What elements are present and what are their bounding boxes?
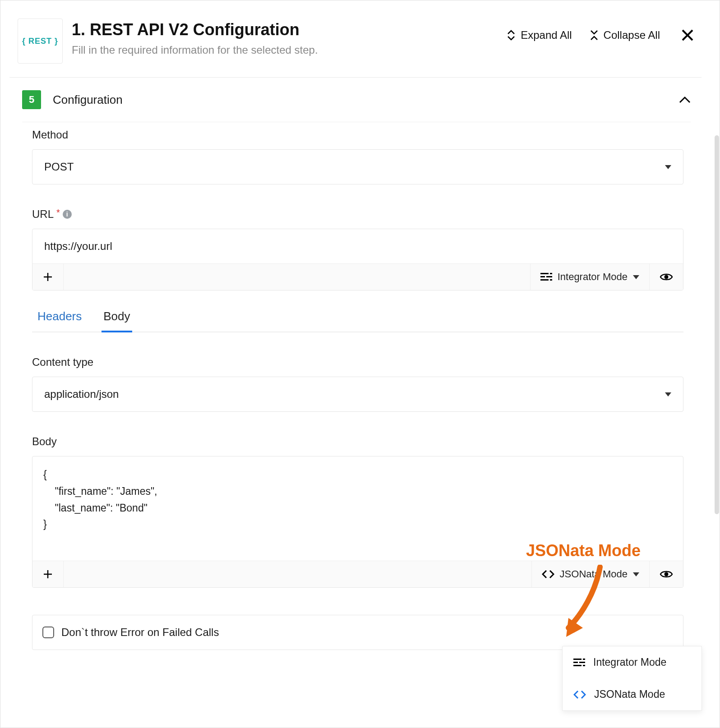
scrollbar[interactable] [715, 135, 719, 514]
dropdown-item-jsonata[interactable]: JSONata Mode [563, 678, 702, 710]
annotation-arrow [550, 565, 609, 641]
add-button[interactable] [32, 264, 64, 290]
svg-rect-1 [550, 273, 552, 274]
eye-icon [660, 570, 673, 579]
svg-rect-3 [546, 276, 552, 277]
mode-dropdown: Integrator Mode JSONata Mode [562, 646, 702, 711]
collapse-icon [590, 29, 598, 41]
svg-rect-5 [550, 279, 552, 281]
url-mode-selector[interactable]: Integrator Mode [530, 264, 650, 290]
expand-all-label: Expand All [521, 29, 572, 41]
dropdown-item-integrator[interactable]: Integrator Mode [563, 646, 702, 678]
content-type-select[interactable]: application/json [32, 377, 683, 412]
integrator-icon [573, 658, 585, 667]
body-line: "last_name": "Bond" [43, 500, 672, 516]
method-value: POST [44, 161, 74, 173]
expand-icon [507, 29, 515, 41]
close-button[interactable] [678, 28, 697, 42]
logo-text: { REST } [22, 37, 58, 46]
chevron-down-icon [633, 275, 639, 279]
plus-icon [42, 272, 53, 282]
checkbox-label: Don`t throw Error on Failed Calls [61, 626, 219, 639]
chevron-down-icon [665, 392, 671, 396]
section-header-configuration[interactable]: 5 Configuration [9, 78, 702, 122]
collapse-all-button[interactable]: Collapse All [590, 29, 660, 41]
body-line: } [43, 516, 672, 533]
integrator-icon [540, 272, 552, 281]
body-line: "first_name": "James", [43, 483, 672, 500]
svg-point-7 [665, 572, 669, 576]
chevron-down-icon [633, 572, 639, 576]
step-badge: 5 [22, 90, 41, 109]
svg-rect-9 [583, 659, 585, 660]
expand-all-button[interactable]: Expand All [507, 29, 572, 41]
body-label: Body [32, 435, 683, 448]
url-label-text: URL [32, 208, 54, 221]
chevron-down-icon [665, 165, 671, 169]
dropdown-item-label: JSONata Mode [594, 688, 665, 700]
svg-rect-8 [573, 659, 582, 660]
panel-subtitle: Fill in the required information for the… [72, 44, 498, 56]
component-logo: { REST } [18, 18, 63, 64]
panel-title: 1. REST API V2 Configuration [72, 20, 498, 39]
dropdown-item-label: Integrator Mode [593, 656, 666, 668]
collapse-all-label: Collapse All [604, 29, 660, 41]
svg-rect-12 [573, 665, 582, 666]
method-label: Method [32, 129, 683, 141]
content-type-value: application/json [44, 388, 119, 401]
eye-icon [660, 272, 673, 281]
url-value: https://your.url [44, 240, 112, 253]
svg-rect-10 [573, 662, 578, 663]
tab-headers[interactable]: Headers [37, 309, 82, 332]
method-select[interactable]: POST [32, 149, 683, 184]
url-mode-label: Integrator Mode [558, 271, 628, 283]
code-icon [573, 690, 586, 699]
svg-rect-2 [540, 276, 545, 277]
svg-rect-4 [540, 279, 549, 281]
plus-icon [42, 569, 53, 580]
checkbox-icon [42, 627, 54, 638]
tab-bar: Headers Body [32, 299, 683, 332]
preview-button[interactable] [650, 264, 683, 290]
panel-header: { REST } 1. REST API V2 Configuration Fi… [9, 5, 702, 78]
body-line: { [43, 466, 672, 483]
close-icon [681, 28, 694, 42]
section-title: Configuration [53, 93, 123, 107]
svg-rect-11 [579, 662, 585, 663]
annotation-label: JSONata Mode [526, 541, 641, 560]
info-icon[interactable]: i [63, 210, 72, 219]
svg-rect-0 [540, 273, 549, 274]
chevron-up-icon [679, 96, 691, 103]
tab-body[interactable]: Body [103, 309, 130, 332]
svg-point-6 [665, 275, 669, 279]
svg-rect-13 [583, 665, 585, 666]
preview-button[interactable] [650, 561, 683, 587]
url-field-group: https://your.url Integrator Mode [32, 229, 683, 290]
url-label: URL* i [32, 208, 683, 221]
url-input[interactable]: https://your.url [32, 229, 683, 263]
content-type-label: Content type [32, 356, 683, 369]
add-button[interactable] [32, 561, 64, 587]
required-asterisk: * [56, 207, 60, 218]
